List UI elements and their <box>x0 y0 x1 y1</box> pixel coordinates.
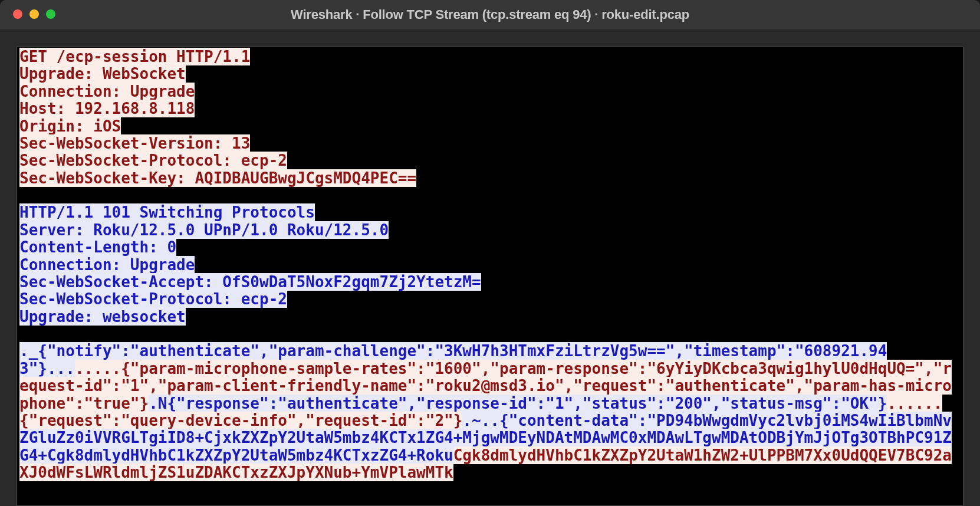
tcp-stream-text[interactable]: GET /ecp-session HTTP/1.1 Upgrade: WebSo… <box>17 47 963 506</box>
close-icon[interactable] <box>13 9 22 19</box>
window-body: GET /ecp-session HTTP/1.1 Upgrade: WebSo… <box>0 30 980 506</box>
stream-request[interactable]: GET /ecp-session HTTP/1.1 Upgrade: WebSo… <box>19 48 416 187</box>
zoom-icon[interactable] <box>46 9 55 19</box>
titlebar[interactable]: Wireshark · Follow TCP Stream (tcp.strea… <box>0 0 980 30</box>
stream-seg3[interactable]: .N{"response":"authenticate","response-i… <box>149 395 887 412</box>
minimize-icon[interactable] <box>29 9 39 19</box>
app-window: Wireshark · Follow TCP Stream (tcp.strea… <box>0 0 980 506</box>
window-title: Wireshark · Follow TCP Stream (tcp.strea… <box>0 7 980 22</box>
stream-response[interactable]: HTTP/1.1 101 Switching Protocols Server:… <box>19 203 481 325</box>
traffic-lights <box>13 9 55 19</box>
